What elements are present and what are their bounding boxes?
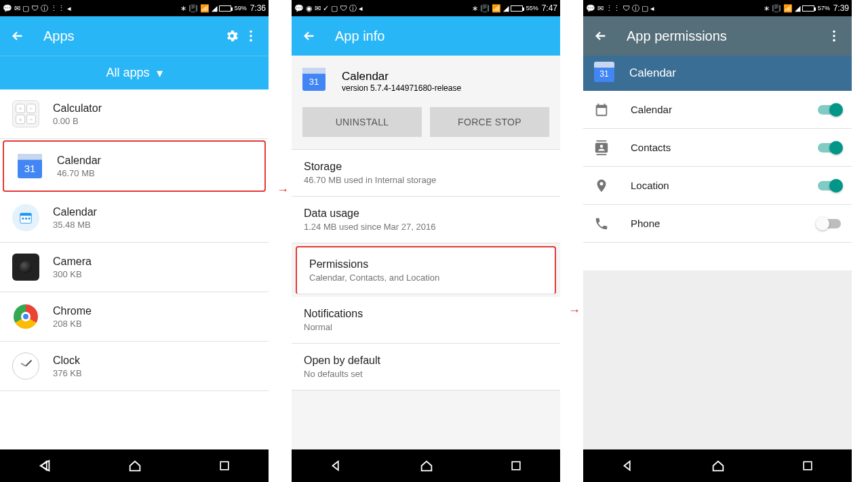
app-bar: Apps [0, 16, 269, 56]
screen-title: App info [335, 28, 552, 44]
app-info-header: 31 Calendar version 5.7.4-144971680-rele… [292, 56, 560, 99]
legacy-calendar-icon [11, 203, 41, 233]
toggle-location[interactable] [818, 181, 841, 190]
filter-dropdown[interactable]: All apps ▾ [0, 56, 269, 89]
app-name: Calendar [342, 70, 461, 83]
app-row-calendar-legacy[interactable]: Calendar 35.48 MB [0, 193, 269, 243]
toggle-phone[interactable] [818, 219, 841, 228]
svg-point-12 [833, 39, 835, 42]
google-calendar-icon: 31 [594, 62, 617, 85]
back-button[interactable] [591, 26, 610, 45]
battery-percent: 59% [235, 5, 247, 12]
toggle-calendar[interactable] [818, 105, 841, 115]
uninstall-button[interactable]: UNINSTALL [302, 107, 422, 137]
toggle-contacts[interactable] [818, 143, 841, 153]
nav-home[interactable] [711, 458, 726, 473]
nav-recents[interactable] [801, 459, 814, 473]
svg-point-11 [833, 35, 835, 37]
screen-app-permissions: 💬✉⋮⋮🛡ⓘ▢◂ ∗📳📶◢ 57% 7:39 App permissions 3… [583, 0, 852, 482]
filter-label: All apps [106, 66, 149, 80]
svg-rect-8 [220, 462, 229, 470]
google-calendar-icon: 31 [15, 151, 45, 181]
apps-list: +−×÷ Calculator 0.00 B 31 Calendar 46.70… [0, 89, 269, 449]
nav-home[interactable] [127, 458, 142, 473]
contacts-icon [594, 140, 614, 155]
perm-row-contacts[interactable]: Contacts [583, 129, 852, 167]
svg-point-2 [250, 39, 252, 42]
battery-icon [511, 5, 523, 12]
annotation-arrow-1: → [277, 183, 289, 197]
calendar-outline-icon [594, 102, 614, 117]
permission-app-header: 31 Calendar [583, 56, 852, 91]
app-row-calendar-gms[interactable]: 31 Calendar 46.70 MB [3, 140, 266, 192]
back-button[interactable] [300, 26, 319, 45]
status-bar: 💬◉✉✓▢🛡ⓘ◂ ∗📳📶◢ 55% 7:47 [292, 0, 560, 16]
app-name: Calendar [629, 66, 676, 80]
action-buttons: UNINSTALL FORCE STOP [292, 99, 560, 150]
camera-icon [11, 252, 41, 282]
app-row-calculator[interactable]: +−×÷ Calculator 0.00 B [0, 89, 269, 139]
clock-time: 7:36 [250, 3, 266, 13]
screen-title: App permissions [627, 28, 825, 44]
status-bar: 💬✉▢🛡ⓘ⋮⋮◂ ∗📳📶◢ 59% 7:36 [0, 0, 269, 16]
nav-back[interactable] [329, 458, 344, 473]
perm-row-location[interactable]: Location [583, 167, 852, 205]
app-version: version 5.7.4-144971680-release [342, 83, 461, 93]
nav-back[interactable] [620, 458, 635, 473]
battery-icon [219, 5, 231, 12]
dropdown-arrow-icon: ▾ [157, 66, 163, 81]
phone-icon [594, 216, 614, 231]
row-open-by-default[interactable]: Open by default No defaults set [292, 344, 560, 390]
location-icon [594, 178, 614, 193]
svg-rect-13 [804, 462, 812, 470]
app-row-chrome[interactable]: Chrome 208 KB [0, 292, 269, 342]
permissions-list: Calendar Contacts Location Phone [583, 91, 852, 270]
svg-rect-7 [28, 218, 31, 220]
screen-apps: 💬✉▢🛡ⓘ⋮⋮◂ ∗📳📶◢ 59% 7:36 Apps All apps ▾ +… [0, 0, 269, 482]
perm-row-calendar[interactable]: Calendar [583, 91, 852, 129]
row-notifications[interactable]: Notifications Normal [292, 297, 560, 344]
svg-rect-6 [25, 218, 27, 220]
screen-app-info: 💬◉✉✓▢🛡ⓘ◂ ∗📳📶◢ 55% 7:47 App info 31 Calen… [292, 0, 560, 482]
google-calendar-icon: 31 [302, 68, 330, 95]
calculator-icon: +−×÷ [11, 99, 41, 129]
app-bar: App permissions [583, 16, 852, 56]
svg-rect-9 [512, 462, 520, 470]
row-permissions[interactable]: Permissions Calendar, Contacts, and Loca… [296, 246, 556, 294]
nav-bar [292, 449, 560, 482]
nav-bar [0, 449, 269, 482]
sms-icon: 💬 [3, 4, 12, 13]
svg-point-1 [250, 35, 252, 37]
overflow-button[interactable] [825, 26, 844, 45]
screen-title: Apps [43, 28, 222, 44]
nav-bar [583, 449, 852, 482]
svg-rect-4 [20, 214, 32, 216]
app-info-list: Storage 46.70 MB used in Internal storag… [292, 150, 560, 449]
mail-icon: ✉ [14, 4, 20, 13]
battery-icon [802, 5, 814, 12]
status-bar: 💬✉⋮⋮🛡ⓘ▢◂ ∗📳📶◢ 57% 7:39 [583, 0, 852, 16]
chrome-icon [11, 302, 41, 332]
svg-point-10 [833, 31, 835, 33]
app-bar: App info [292, 16, 560, 56]
nav-home[interactable] [419, 458, 434, 473]
nav-back[interactable] [37, 458, 52, 473]
row-data-usage[interactable]: Data usage 1.24 MB used since Mar 27, 20… [292, 197, 560, 243]
nav-recents[interactable] [509, 459, 523, 473]
clock-icon [11, 351, 41, 381]
svg-point-0 [250, 31, 252, 33]
row-storage[interactable]: Storage 46.70 MB used in Internal storag… [292, 150, 560, 197]
app-row-camera[interactable]: Camera 300 KB [0, 243, 269, 292]
perm-row-phone[interactable]: Phone [583, 205, 852, 243]
force-stop-button[interactable]: FORCE STOP [430, 107, 549, 137]
annotation-arrow-2: → [568, 304, 580, 318]
back-button[interactable] [8, 26, 27, 45]
svg-rect-5 [22, 218, 24, 220]
overflow-button[interactable] [241, 26, 260, 45]
app-row-clock[interactable]: Clock 376 KB [0, 342, 269, 391]
nav-recents[interactable] [218, 459, 231, 473]
settings-button[interactable] [222, 26, 241, 45]
